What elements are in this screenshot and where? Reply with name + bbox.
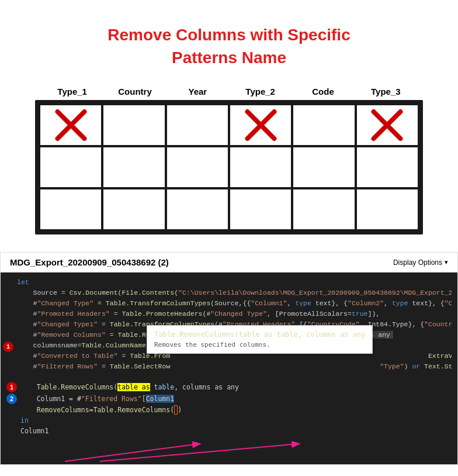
editor-title-bar: MDG_Export_20200909_050438692 (2) Displa… bbox=[1, 253, 457, 273]
editor-section: MDG_Export_20200909_050438692 (2) Displa… bbox=[0, 252, 458, 465]
arrows-area bbox=[1, 441, 457, 464]
table-cell-r2c6 bbox=[357, 147, 418, 187]
code-line-column1: Column1 bbox=[1, 426, 457, 436]
table-cell-r1c4 bbox=[230, 105, 291, 145]
code-line-in: in bbox=[1, 415, 457, 426]
editor-title: MDG_Export_20200909_050438692 (2) bbox=[10, 257, 169, 267]
visual-table bbox=[35, 100, 423, 234]
code-line-changed-type: #"Changed Type" = Table.TransformColumnT… bbox=[1, 299, 457, 310]
table-cell-r2c3 bbox=[167, 147, 228, 187]
table-cell-r1c6 bbox=[357, 105, 418, 145]
col-header-code: Code bbox=[294, 87, 352, 96]
code-line-badge1: 1 Table.RemoveColumns(table as table, co… bbox=[1, 381, 457, 393]
badge-1-bottom: 1 bbox=[6, 382, 17, 392]
table-cell-r2c1 bbox=[40, 147, 101, 187]
table-cell-r2c4 bbox=[230, 147, 291, 187]
table-cell-r3c6 bbox=[357, 189, 418, 229]
table-cell-r1c1 bbox=[40, 105, 101, 145]
code-line-promoted-headers: #"Promoted Headers" = Table.PromoteHeade… bbox=[1, 310, 457, 320]
code-area: let Source = Csv.Document(File.Contents(… bbox=[1, 273, 457, 379]
col-header-year: Year bbox=[168, 87, 227, 96]
table-cell-r1c3 bbox=[167, 105, 228, 145]
table-cell-r3c4 bbox=[230, 189, 291, 229]
table-cell-r1c5 bbox=[293, 105, 354, 145]
col-header-type3: Type_3 bbox=[356, 87, 415, 96]
table-cell-r2c2 bbox=[103, 147, 164, 187]
code-line-let: let bbox=[1, 278, 457, 289]
col-header-type1: Type_1 bbox=[43, 87, 102, 96]
code-line-badge2: 2 Column1 = #"Filtered Rows"[Column1 bbox=[1, 393, 457, 405]
table-cell-r3c5 bbox=[293, 189, 354, 229]
table-visual-section: Type_1 Country Year Type_2 Code Type_3 bbox=[0, 87, 458, 246]
table-cell-r1c2 bbox=[103, 105, 164, 145]
code-line-filtered-rows: #"Filtered Rows" = Table.SelectRow "Type… bbox=[1, 363, 457, 373]
table-grid bbox=[40, 105, 418, 229]
code-line-source: Source = Csv.Document(File.Contents("C:\… bbox=[1, 289, 457, 299]
page-title: Remove Columns with Specific Patterns Na… bbox=[35, 23, 423, 69]
tooltip-popup: Table.RemoveColumns(table as table, colu… bbox=[147, 325, 373, 354]
col-header-type2: Type_2 bbox=[231, 87, 290, 96]
badge-2: 2 bbox=[6, 394, 17, 404]
badge-1: 1 bbox=[3, 342, 13, 352]
table-cell-r2c5 bbox=[293, 147, 354, 187]
code-line-removecolumns: RemoveColumns=Table.RemoveColumns() bbox=[1, 405, 457, 415]
col-header-country: Country bbox=[106, 87, 164, 96]
table-cell-r3c2 bbox=[103, 189, 164, 229]
title-section: Remove Columns with Specific Patterns Na… bbox=[0, 0, 458, 87]
table-cell-r3c1 bbox=[40, 189, 101, 229]
table-cell-r3c3 bbox=[167, 189, 228, 229]
display-options-button[interactable]: Display Options bbox=[393, 258, 448, 267]
arrows-svg bbox=[1, 441, 457, 464]
bottom-code-section: 1 Table.RemoveColumns(table as table, co… bbox=[1, 379, 457, 441]
tooltip-description: Removes the specified columns. bbox=[154, 341, 365, 349]
column-headers: Type_1 Country Year Type_2 Code Type_3 bbox=[35, 87, 423, 96]
tooltip-title: Table.RemoveColumns(table as table, colu… bbox=[154, 330, 365, 339]
